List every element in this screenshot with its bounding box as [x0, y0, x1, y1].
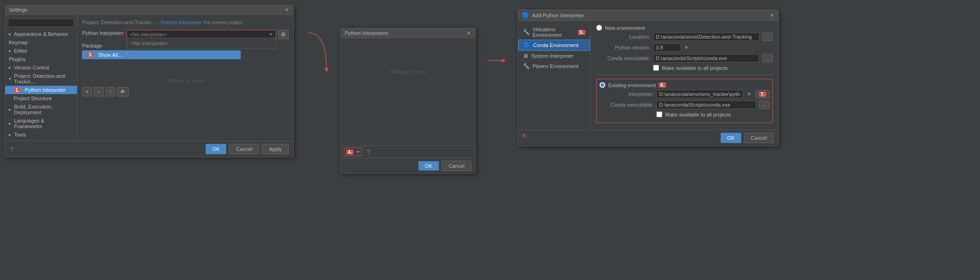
conda-exe-new-browse-btn[interactable]: ...	[762, 54, 773, 62]
interpreter-input[interactable]	[656, 90, 743, 98]
add-interp-cancel-btn[interactable]: Cancel	[744, 133, 774, 143]
interpreters-window: Python Interpreters × Nothing to show 4.…	[341, 28, 476, 174]
cancel-button[interactable]: Cancel	[229, 144, 259, 154]
sidebar-item-label: Editor	[14, 48, 28, 54]
interpreter-value: <No interpreter>	[130, 32, 167, 37]
new-env-radio-row: New environment	[596, 25, 773, 31]
sidebar-item-project-structure[interactable]: Project Structure	[5, 94, 77, 102]
arrow-svg-2	[485, 42, 508, 79]
add-interp-content: New environment Location: ... Python ver…	[591, 21, 778, 130]
existing-env-section: Existing environment 6. Interpreter: ▼ 7…	[596, 79, 773, 123]
dropdown-caret-icon: ▼	[269, 32, 273, 37]
existing-env-radio[interactable]	[599, 82, 605, 88]
add-interp-pipenv[interactable]: 🔧 Pipenv Environment	[518, 61, 590, 71]
sidebar-item-label: Project: Detection-and-Trackin...	[14, 73, 73, 84]
step6-badge: 6.	[659, 82, 666, 88]
new-env-fields: Location: ... Python version: ▼ Conda ex…	[604, 33, 773, 71]
settings-close-btn[interactable]: ×	[284, 7, 290, 13]
footer-buttons: OK Cancel Apply	[206, 144, 289, 154]
interp-browse-btn[interactable]: 7.	[756, 90, 770, 98]
chevron-icon: ▾	[9, 76, 11, 81]
sidebar-item-languages[interactable]: ▸ Languages & Frameworks	[5, 116, 77, 130]
sidebar-item-label: Project Structure	[14, 96, 52, 101]
add-interp-virtualenv[interactable]: 🔧 Virtualenv Environment 5.	[518, 25, 590, 40]
make-available-existing-checkbox[interactable]	[656, 111, 662, 117]
sidebar-item-label: Version Control	[14, 65, 49, 70]
ok-button[interactable]: OK	[206, 144, 226, 154]
add-interp-body: 🔧 Virtualenv Environment 5. 🔵 Conda Envi…	[518, 21, 778, 130]
step7-badge: 7.	[759, 92, 766, 97]
sidebar-item-label: Build, Execution, Deployment	[14, 104, 73, 115]
settings-search-input[interactable]	[8, 19, 74, 27]
arrow-area-2	[485, 42, 508, 79]
make-available-new-row: Make available to all projects	[653, 65, 773, 71]
location-browse-btn[interactable]: ...	[762, 33, 773, 41]
sidebar-item-project[interactable]: ▾ Project: Detection-and-Trackin...	[5, 72, 77, 86]
apply-button[interactable]: Apply	[262, 144, 289, 154]
show-all-btn[interactable]: 3. Show All... ↖	[82, 50, 241, 59]
arrow-svg-1	[303, 23, 331, 79]
interpreters-close-btn[interactable]: ×	[466, 30, 472, 36]
add-interp-conda[interactable]: 🔵 Conda Environment	[518, 40, 590, 51]
interpreter-label: Python Interpreter:	[82, 30, 125, 36]
new-env-radio[interactable]	[596, 25, 602, 31]
interp-toolbar: 4. + ⊤	[341, 145, 475, 158]
interp-cancel-btn[interactable]: Cancel	[442, 161, 472, 171]
location-row: Location: ...	[604, 33, 773, 41]
step4-badge: 4.	[346, 150, 354, 155]
interp-field-label: Interpreter:	[607, 91, 653, 97]
add-interp-close-btn[interactable]: ×	[769, 13, 775, 18]
conda-env-icon: 🔵	[523, 42, 530, 48]
sidebar-item-python-interpreter[interactable]: 1. Python Interpreter	[5, 86, 77, 94]
existing-env-radio-row: Existing environment 6.	[599, 82, 770, 88]
add-interp-footer: 8. OK Cancel	[518, 130, 778, 146]
breadcrumb-current: Python Interpreter	[161, 20, 202, 25]
sidebar-item-label: Plugins	[9, 56, 26, 62]
step1-badge: 1.	[14, 88, 21, 93]
interp-ok-btn[interactable]: OK	[418, 161, 439, 171]
sidebar-item-build[interactable]: ▸ Build, Execution, Deployment	[5, 102, 77, 116]
eye-btn[interactable]: 👁	[117, 87, 129, 96]
make-available-new-label: Make available to all projects	[662, 65, 728, 71]
filter-icon[interactable]: ⊤	[366, 149, 371, 156]
conda-exe-existing-input[interactable]	[656, 101, 756, 109]
add-package-btn[interactable]: +	[82, 87, 92, 96]
conda-exe-new-row: Conda executable: ...	[604, 54, 773, 62]
location-input[interactable]	[653, 33, 759, 41]
sidebar-item-tools[interactable]: ▸ Tools	[5, 130, 77, 139]
make-available-existing-row: Make available to all projects	[656, 111, 770, 117]
add-interpreter-btn[interactable]: +	[356, 149, 360, 155]
system-icon: 🖥	[523, 53, 528, 59]
interp-footer: OK Cancel	[341, 158, 475, 173]
python-version-row: Python version: ▼	[604, 43, 773, 52]
sidebar-item-editor[interactable]: ▸ Editor	[5, 47, 77, 55]
python-version-input[interactable]	[653, 43, 681, 52]
conda-exe-existing-label: Conda executable:	[607, 102, 653, 108]
upgrade-package-btn[interactable]: ↑	[105, 87, 115, 96]
sidebar-item-plugins[interactable]: Plugins	[5, 55, 77, 63]
conda-exe-new-input[interactable]	[653, 54, 759, 62]
interpreters-title: Python Interpreters	[345, 30, 389, 36]
interpreter-dropdown[interactable]: <No interpreter> ▼ <No interpreter>	[126, 30, 276, 39]
conda-exe-new-label: Conda executable:	[604, 55, 650, 61]
sidebar-item-appearance[interactable]: ▸ Appearance & Behavior	[5, 30, 77, 38]
add-interp-system[interactable]: 🖥 System Interpreter	[518, 51, 590, 61]
make-available-new-checkbox[interactable]	[653, 65, 659, 71]
help-icon[interactable]: ?	[10, 146, 13, 153]
dropdown-option-no-interp[interactable]: <No interpreter>	[127, 39, 275, 48]
sidebar-item-keymap[interactable]: Keymap	[5, 38, 77, 47]
add-interp-ok-btn[interactable]: OK	[721, 133, 741, 143]
settings-window: Settings × ▸ Appearance & Behavior Keyma…	[5, 5, 294, 157]
sidebar-item-version-control[interactable]: ▸ Version Control	[5, 63, 77, 72]
step5-badge: 5.	[578, 30, 585, 35]
sidebar-item-label: Appearance & Behavior	[14, 31, 68, 37]
interp-nothing-to-show: Nothing to show	[344, 69, 473, 75]
existing-env-label: Existing environment	[608, 82, 656, 88]
conda-exe-existing-row: Conda executable: ...	[607, 101, 770, 109]
remove-package-btn[interactable]: −	[94, 87, 104, 96]
interpreter-gear-btn[interactable]: ⚙	[278, 30, 289, 39]
conda-exe-existing-browse-btn[interactable]: ...	[759, 101, 770, 109]
chevron-icon: ▸	[9, 107, 11, 112]
arrow-area-1	[303, 23, 331, 79]
breadcrumb: Project: Detection-and-Trackin... › Pyth…	[82, 20, 289, 25]
